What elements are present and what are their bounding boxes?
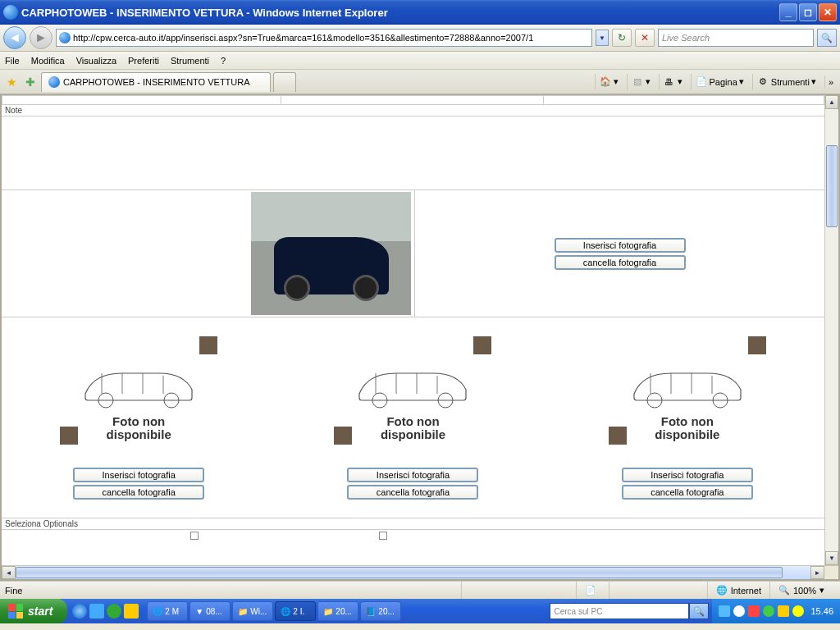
back-button[interactable]: ◄	[3, 26, 26, 49]
task-button-active[interactable]: 🌐 2 I.	[275, 601, 316, 621]
note-textarea[interactable]	[2, 116, 824, 190]
insert-photo-button-2[interactable]: Inserisci fotografia	[347, 468, 478, 482]
taskbar-search-button[interactable]: 🔍	[689, 603, 709, 619]
url-input[interactable]	[73, 33, 589, 43]
favorites-star-icon[interactable]: ★	[3, 74, 20, 90]
zoom-icon: 🔍	[778, 585, 790, 596]
optionals-row	[2, 530, 824, 538]
optional-checkbox[interactable]	[190, 532, 199, 540]
ql-desktop-icon[interactable]	[89, 604, 104, 619]
ql-app-icon[interactable]	[124, 604, 139, 619]
ql-ie-icon[interactable]	[72, 604, 87, 619]
insert-photo-button-3[interactable]: Inserisci fotografia	[622, 468, 753, 482]
add-favorites-icon[interactable]: ✚	[22, 74, 39, 90]
tab-bar: ★ ✚ CARPHOTOWEB - INSERIMENTO VETTURA 🏠▾…	[0, 70, 840, 94]
status-zoom[interactable]: 🔍100% ▾	[769, 582, 835, 599]
car-schematic-icon	[77, 361, 200, 410]
menu-visualizza[interactable]: Visualizza	[76, 56, 116, 66]
menu-file[interactable]: File	[5, 56, 20, 66]
page-menu[interactable]: 📄Pagina ▾	[691, 74, 747, 90]
tab-title: CARPHOTOWEB - INSERIMENTO VETTURA	[63, 77, 250, 87]
print-icon: 🖶	[663, 75, 676, 89]
car-schematic-icon	[626, 361, 749, 410]
photo-slot-3: Foto nondisponibile Inserisci fotografia…	[605, 333, 769, 500]
close-button[interactable]: ✕	[819, 3, 837, 21]
insert-photo-button-main[interactable]: Inserisci fotografia	[555, 238, 686, 253]
web-page: Note Inserisci fotografia cancella fotog…	[2, 95, 824, 565]
delete-photo-button-1[interactable]: cancella fotografia	[73, 485, 204, 500]
photo-slots-row: Foto nondisponibile Inserisci fotografia…	[2, 317, 824, 514]
gear-icon: ⚙	[756, 75, 769, 89]
scroll-right-button[interactable]: ►	[810, 566, 824, 579]
photo-slot-2: Foto nondisponibile Inserisci fotografia…	[331, 333, 495, 500]
home-button[interactable]: 🏠▾	[595, 74, 622, 90]
task-button[interactable]: 📘 20...	[360, 601, 401, 621]
rss-icon: ▧	[631, 75, 644, 89]
tray-icon[interactable]	[748, 605, 760, 617]
scroll-left-button[interactable]: ◄	[2, 566, 16, 579]
photo-placeholder: Foto nondisponibile	[57, 333, 221, 448]
ql-media-icon[interactable]	[107, 604, 121, 619]
photo-placeholder: Foto nondisponibile	[605, 333, 769, 448]
menu-preferiti[interactable]: Preferiti	[128, 56, 159, 66]
page-icon: 📄	[695, 75, 708, 89]
car-photo	[251, 192, 411, 315]
optional-checkbox[interactable]	[379, 532, 387, 540]
search-box[interactable]: Live Search	[658, 29, 814, 47]
address-dropdown[interactable]: ▼	[596, 30, 609, 46]
scroll-thumb[interactable]	[826, 145, 838, 227]
vertical-scrollbar[interactable]: ▲ ▼	[824, 95, 838, 565]
start-button[interactable]: start	[0, 599, 67, 623]
delete-photo-button-main[interactable]: cancella fotografia	[555, 255, 686, 270]
car-schematic-icon	[351, 361, 474, 410]
note-label: Note	[2, 105, 824, 116]
status-bar: Fine 📄 🌐Internet 🔍100% ▾	[0, 581, 840, 599]
delete-photo-button-3[interactable]: cancella fotografia	[622, 485, 753, 500]
insert-photo-button-1[interactable]: Inserisci fotografia	[73, 468, 204, 482]
tools-menu[interactable]: ⚙Strumenti ▾	[752, 74, 819, 90]
menu-bar: File Modifica Visualizza Preferiti Strum…	[0, 52, 840, 70]
tray-icon[interactable]	[733, 605, 745, 617]
minimize-button[interactable]: _	[779, 3, 797, 21]
toolbar-overflow[interactable]: »	[824, 75, 837, 89]
system-tray[interactable]: 15.46	[712, 599, 840, 623]
scroll-down-button[interactable]: ▼	[825, 551, 838, 565]
task-button[interactable]: ▼ 08...	[189, 601, 231, 621]
tray-icon[interactable]	[792, 605, 804, 617]
address-bar[interactable]	[56, 29, 592, 47]
nav-toolbar: ◄ ► ▼ ↻ ✕ Live Search 🔍	[0, 25, 840, 52]
status-empty-2	[609, 582, 707, 599]
ie-icon	[3, 5, 18, 20]
page-icon	[59, 32, 71, 43]
menu-help[interactable]: ?	[221, 56, 226, 66]
optionals-label: Seleziona Optionals	[2, 518, 824, 530]
hscroll-thumb[interactable]	[16, 567, 783, 578]
task-button[interactable]: 📁 20...	[317, 601, 358, 621]
forward-button[interactable]: ►	[30, 26, 52, 49]
task-button[interactable]: 📁 Wi...	[232, 601, 273, 621]
maximize-button[interactable]: ◻	[799, 3, 817, 21]
menu-strumenti[interactable]: Strumenti	[171, 56, 209, 66]
scroll-up-button[interactable]: ▲	[825, 95, 838, 109]
browser-tab[interactable]: CARPHOTOWEB - INSERIMENTO VETTURA	[41, 72, 271, 92]
new-tab-button[interactable]	[273, 72, 296, 92]
tray-icon[interactable]	[763, 605, 774, 617]
globe-icon: 🌐	[716, 585, 728, 596]
taskbar-search-input[interactable]: Cerca sul PC	[550, 603, 689, 619]
taskbar-clock[interactable]: 15.46	[810, 606, 833, 616]
tray-icon[interactable]	[719, 605, 730, 617]
content-viewport: Note Inserisci fotografia cancella fotog…	[0, 94, 840, 581]
search-button[interactable]: 🔍	[817, 29, 837, 47]
horizontal-scrollbar[interactable]: ◄ ►	[2, 565, 838, 579]
status-security: 📄	[576, 582, 609, 599]
task-button[interactable]: 🌐 2 M	[147, 601, 188, 621]
delete-photo-button-2[interactable]: cancella fotografia	[347, 485, 478, 500]
home-icon: 🏠	[599, 75, 612, 89]
feeds-button[interactable]: ▧▾	[627, 74, 654, 90]
print-button[interactable]: 🖶▾	[659, 74, 686, 90]
menu-modifica[interactable]: Modifica	[31, 56, 65, 66]
refresh-button[interactable]: ↻	[612, 29, 632, 47]
stop-button[interactable]: ✕	[635, 29, 655, 47]
tray-icon[interactable]	[778, 605, 789, 617]
status-zone[interactable]: 🌐Internet	[707, 582, 769, 599]
